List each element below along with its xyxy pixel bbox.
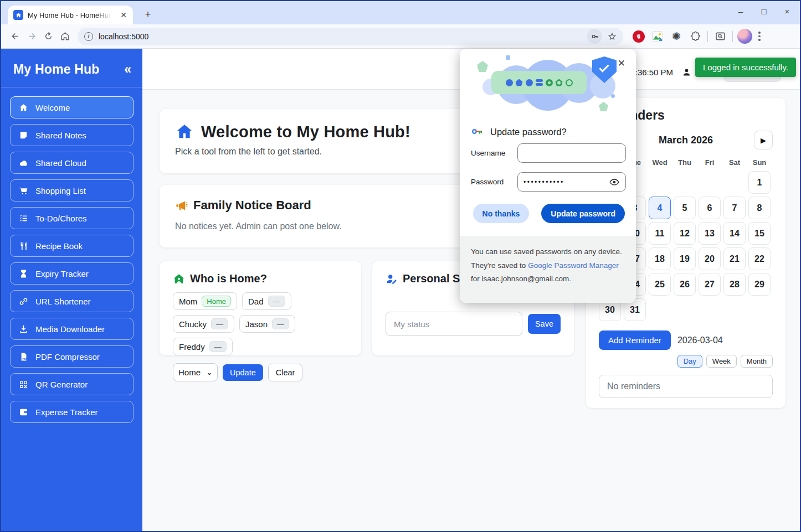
sidebar-item-shared-notes[interactable]: Shared Notes [10,124,134,146]
calendar-day-1[interactable]: 1 [748,171,771,194]
view-toggle-week[interactable]: Week [706,355,737,368]
back-icon[interactable] [7,28,23,45]
utensils-icon [18,241,28,251]
no-thanks-button[interactable]: No thanks [473,204,530,223]
calendar-day-7[interactable]: 7 [723,197,746,219]
sidebar-item-qr-generator[interactable]: QR Generator [10,373,134,395]
status-input[interactable] [386,312,522,336]
reload-icon[interactable] [40,28,57,45]
sidebar-item-welcome[interactable]: Welcome [10,96,134,118]
sidebar-item-shopping-list[interactable]: Shopping List [10,179,134,202]
footer-text: for isaac.johnson@gmail.com. [471,275,571,283]
calendar-day-26[interactable]: 26 [674,273,696,296]
calendar-day-5[interactable]: 5 [674,197,696,219]
window-minimize-button[interactable]: – [736,7,746,16]
forward-icon[interactable] [23,28,40,45]
password-dots-graphic [491,71,587,94]
site-info-icon[interactable]: i [84,32,93,41]
sidebar-item-media-downloader[interactable]: Media Downloader [10,318,134,340]
calendar-view-toggle: DayWeekMonth [599,355,773,368]
sidebar-item-url-shortener[interactable]: URL Shortener [10,290,134,312]
member-chip-freddy[interactable]: Freddy— [173,338,233,355]
profile-avatar[interactable] [737,29,752,44]
window-maximize-button[interactable]: □ [759,7,769,16]
google-password-manager-link[interactable]: Google Password Manager [528,261,619,270]
password-field[interactable]: ••••••••••• [517,172,626,192]
calendar-day-6[interactable]: 6 [699,197,721,219]
app-title: My Home Hub [13,62,100,77]
member-chip-jason[interactable]: Jason— [239,315,295,333]
sidebar-item-recipe-book[interactable]: Recipe Book [10,235,134,257]
browser-tab[interactable]: My Home Hub - HomeHub ✕ [8,6,133,24]
show-password-eye-icon[interactable] [609,177,620,188]
weekday-label: Wed [649,158,671,167]
member-chip-chucky[interactable]: Chucky— [173,315,234,333]
note-icon [18,130,28,140]
calendar-day-22[interactable]: 22 [748,247,771,270]
update-status-button[interactable]: Update [223,364,263,381]
home-status-select[interactable]: Home ⌄ [173,363,218,381]
calendar-day-29[interactable]: 29 [748,273,771,296]
calendar-day-11[interactable]: 11 [649,222,671,245]
sidebar-collapse-icon[interactable]: « [124,63,131,76]
address-bar[interactable]: i localhost:5000 [78,28,623,45]
calendar-day-21[interactable]: 21 [723,247,746,270]
update-password-button[interactable]: Update password [541,204,625,223]
member-chip-mom[interactable]: MomHome [173,292,237,310]
toolbar-separator [707,31,708,42]
member-name: Jason [245,319,268,329]
popup-footer-note: You can use saved passwords on any devic… [460,236,636,303]
calendar-day-14[interactable]: 14 [723,222,746,245]
calendar-day-4[interactable]: 4 [649,197,671,219]
extensions-puzzle-icon[interactable] [687,29,703,44]
member-status-badge: — [209,341,227,352]
sidebar-item-label: PDF Compressor [35,352,100,361]
sidebar-item-expiry-tracker[interactable]: Expiry Tracker [10,262,134,285]
view-toggle-month[interactable]: Month [741,355,773,368]
adblock-extension-icon[interactable] [631,29,646,44]
calendar-day-12[interactable]: 12 [674,222,696,245]
sidebar-nav: WelcomeShared NotesShared CloudShopping … [1,96,142,423]
member-name: Dad [248,297,264,306]
save-status-button[interactable]: Save [528,314,561,334]
home-toolbar-icon[interactable] [57,28,73,45]
browser-menu-icon[interactable] [752,29,767,44]
calendar-day-8[interactable]: 8 [748,197,771,219]
calendar-day-27[interactable]: 27 [699,273,721,296]
update-password-popup: ✕ Update password? Username [460,49,636,303]
username-field[interactable] [517,143,626,163]
view-toggle-day[interactable]: Day [677,355,702,368]
sidebar-item-expense-tracker[interactable]: Expense Tracker [10,401,134,423]
sidebar-item-to-do-chores[interactable]: To-Do/Chores [10,207,134,229]
calendar-day-20[interactable]: 20 [699,247,721,270]
sidebar-item-shared-cloud[interactable]: Shared Cloud [10,152,134,174]
user-pen-icon [386,273,398,285]
member-name: Mom [179,297,197,306]
password-manager-key-icon[interactable] [587,29,602,44]
calendar-day-25[interactable]: 25 [649,273,671,296]
new-tab-button[interactable]: + [141,8,155,22]
window-close-button[interactable]: × [782,7,792,16]
bookmark-star-icon[interactable] [604,29,620,44]
next-month-button[interactable]: ▶ [754,131,773,149]
settings-burst-extension-icon[interactable]: ✺ [669,29,684,44]
popup-close-icon[interactable]: ✕ [618,58,625,69]
url-text[interactable]: localhost:5000 [99,32,587,41]
qr-icon [18,379,28,389]
photos-extension-icon[interactable] [650,29,665,44]
sidebar-item-label: Shopping List [35,186,86,195]
clear-status-button[interactable]: Clear [268,364,303,381]
side-panel-search-icon[interactable] [712,29,728,44]
selected-date-text: 2026-03-04 [677,335,723,345]
add-reminder-button[interactable]: Add Reminder [599,330,671,350]
sidebar-item-pdf-compressor[interactable]: PDFPDF Compressor [10,345,134,368]
calendar-day-18[interactable]: 18 [649,247,671,270]
member-chip-dad[interactable]: Dad— [242,292,291,310]
weekday-label: Sun [748,158,771,167]
calendar-day-19[interactable]: 19 [674,247,696,270]
calendar-day-15[interactable]: 15 [748,222,771,245]
calendar-day-28[interactable]: 28 [723,273,746,296]
tab-close-icon[interactable]: ✕ [119,10,129,20]
password-illustration [481,56,614,107]
calendar-day-13[interactable]: 13 [699,222,721,245]
